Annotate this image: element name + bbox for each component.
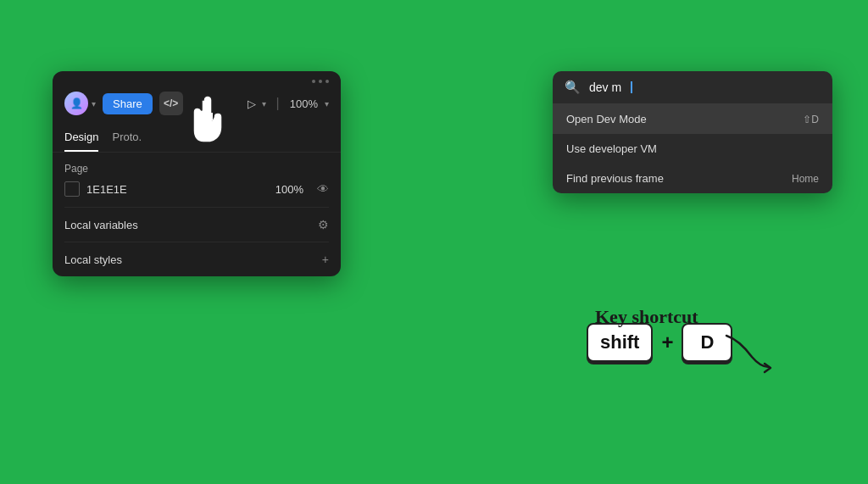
menu-item-label-2: Find previous frame <box>566 172 792 185</box>
search-value[interactable]: dev m <box>589 81 621 94</box>
zoom-control[interactable]: 100% <box>290 97 318 110</box>
dot3 <box>326 80 329 83</box>
tab-proto[interactable]: Proto. <box>112 124 142 152</box>
shift-key-cap: shift <box>587 323 653 362</box>
panel-dots <box>53 71 341 88</box>
avatar-image: 👤 <box>64 92 88 115</box>
page-section: Page 1E1E1E 100% 👁 <box>53 153 341 207</box>
menu-item-shortcut-2: Home <box>792 173 819 185</box>
play-button[interactable]: ▷ ▾ <box>245 97 266 110</box>
dot2 <box>319 80 322 83</box>
local-variables-label: Local variables <box>64 219 318 231</box>
menu-item-find-prev-frame[interactable]: Find previous frame Home <box>553 164 832 193</box>
search-icon: 🔍 <box>565 80 581 95</box>
cursor-caret <box>631 81 632 93</box>
tabs-bar: Design Proto. <box>53 124 341 153</box>
share-button[interactable]: Share <box>103 93 153 114</box>
right-panel: 🔍 dev m Open Dev Mode ⇧D Use developer V… <box>553 71 832 193</box>
visibility-icon[interactable]: 👁 <box>317 182 329 196</box>
tab-design[interactable]: Design <box>64 124 98 152</box>
menu-item-shortcut-0: ⇧D <box>803 114 819 125</box>
add-style-icon[interactable]: + <box>322 253 329 266</box>
menu-item-use-dev-vm[interactable]: Use developer VM <box>553 134 832 164</box>
arrow-icon <box>722 331 782 374</box>
separator: | <box>276 96 280 111</box>
toolbar: 👤 ▾ Share </> ▷ ▾ | 100% ▾ <box>53 88 341 124</box>
page-color-row: 1E1E1E 100% 👁 <box>64 181 329 197</box>
code-mode-button[interactable]: </> <box>159 92 183 115</box>
local-styles-label: Local styles <box>64 253 322 266</box>
local-variables-row[interactable]: Local variables ⚙ <box>53 208 341 242</box>
key-shortcut-annotation: Key shortcut shift + D <box>587 281 824 433</box>
menu-item-open-dev-mode[interactable]: Open Dev Mode ⇧D <box>553 104 832 134</box>
page-section-title: Page <box>64 163 329 175</box>
avatar-button[interactable]: 👤 <box>64 92 88 115</box>
play-chevron-icon: ▾ <box>262 99 266 108</box>
menu-item-label-0: Open Dev Mode <box>566 113 803 125</box>
menu-item-label-1: Use developer VM <box>566 142 819 155</box>
search-row: 🔍 dev m <box>553 71 832 104</box>
plus-symbol: + <box>661 331 673 354</box>
avatar-chevron-icon: ▾ <box>92 99 96 108</box>
page-opacity-value: 100% <box>275 183 303 196</box>
zoom-chevron-icon: ▾ <box>325 99 329 108</box>
play-icon: ▷ <box>245 97 259 110</box>
left-panel: 👤 ▾ Share </> ▷ ▾ | 100% ▾ Design Proto.… <box>53 71 341 276</box>
key-shortcut-label: Key shortcut <box>595 306 698 328</box>
page-color-swatch[interactable] <box>64 181 80 197</box>
local-styles-row[interactable]: Local styles + <box>53 242 341 276</box>
page-hex-value: 1E1E1E <box>86 183 269 196</box>
dot1 <box>312 80 315 83</box>
keys-row: shift + D <box>587 323 824 362</box>
sliders-icon: ⚙ <box>318 218 329 231</box>
